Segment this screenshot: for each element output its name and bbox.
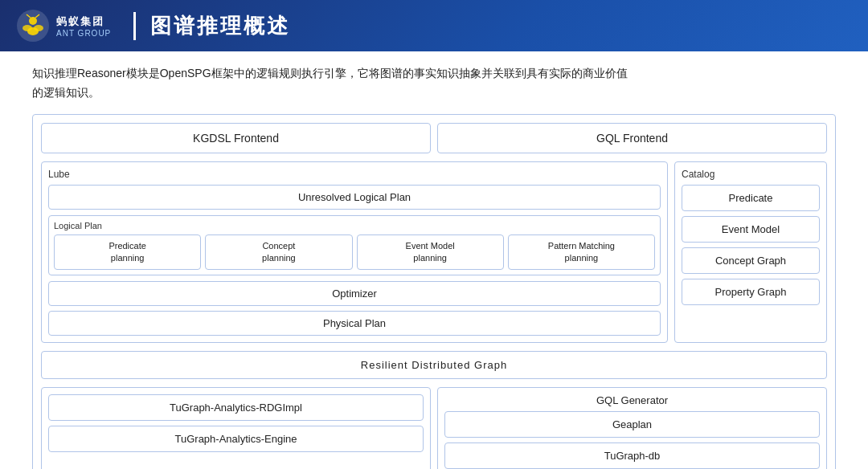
lube-label: Lube — [48, 169, 661, 180]
lube-section: Lube Unresolved Logical Plan Logical Pla… — [41, 161, 668, 344]
header: 蚂蚁集团 ANT GROUP 图谱推理概述 — [0, 0, 868, 51]
catalog-label: Catalog — [682, 169, 820, 180]
description: 知识推理Reasoner模块是OpenSPG框架中的逻辑规则执行引擎，它将图谱的… — [32, 64, 836, 103]
gql-frontend-box: GQL Frontend — [437, 123, 827, 153]
unresolved-logical-plan-box: Unresolved Logical Plan — [48, 185, 661, 210]
logical-plan-section: Logical Plan Predicateplanning Conceptpl… — [48, 215, 661, 276]
gql-generator-title: GQL Generator — [444, 394, 820, 406]
optimizer-box: Optimizer — [48, 281, 661, 306]
middle-row: Lube Unresolved Logical Plan Logical Pla… — [41, 161, 827, 344]
rdg-box: Resilient Distributed Graph — [41, 351, 827, 379]
catalog-predicate: Predicate — [682, 185, 820, 211]
predicate-planning-box: Predicateplanning — [54, 234, 201, 271]
catalog-concept-graph: Concept Graph — [682, 247, 820, 274]
svg-point-0 — [17, 10, 49, 42]
main-content: 知识推理Reasoner模块是OpenSPG框架中的逻辑规则执行引擎，它将图谱的… — [0, 51, 868, 469]
description-text1: 知识推理Reasoner模块是OpenSPG框架中的逻辑规则执行引擎，它将图谱的… — [32, 67, 628, 80]
kgdsl-frontend-box: KGDSL Frontend — [41, 123, 431, 153]
concept-planning-box: Conceptplanning — [205, 234, 352, 271]
ant-group-text: 蚂蚁集团 ANT GROUP — [56, 14, 111, 38]
catalog-property-graph: Property Graph — [682, 279, 820, 305]
geaplan-item: Geaplan — [444, 411, 820, 438]
tugraph-analytics-engine: TuGraph-Analytics-Engine — [48, 426, 424, 452]
logical-plan-label: Logical Plan — [54, 221, 655, 230]
page-title: 图谱推理概述 — [133, 12, 290, 40]
catalog-section: Catalog Predicate Event Model Concept Gr… — [674, 161, 827, 344]
tugraph-analytics-rdgimpl: TuGraph-Analytics-RDGImpl — [48, 394, 424, 421]
description-text2: 的逻辑知识。 — [32, 86, 100, 99]
svg-point-4 — [27, 27, 39, 35]
planning-boxes: Predicateplanning Conceptplanning Event … — [54, 234, 655, 271]
catalog-event-model: Event Model — [682, 216, 820, 243]
logo-area: 蚂蚁集团 ANT GROUP — [16, 9, 111, 43]
tugraph-section: TuGraph-Analytics-RDGImpl TuGraph-Analyt… — [41, 387, 431, 469]
event-model-planning-box: Event Modelplanning — [357, 234, 504, 271]
tugraph-db-item: TuGraph-db — [444, 442, 820, 469]
ant-group-logo-icon — [16, 9, 50, 43]
architecture-diagram: KGDSL Frontend GQL Frontend Lube Unresol… — [32, 114, 836, 469]
frontend-row: KGDSL Frontend GQL Frontend — [41, 123, 827, 153]
gql-generator-section: GQL Generator Geaplan TuGraph-db — [437, 387, 827, 469]
pattern-matching-planning-box: Pattern Matchingplanning — [508, 234, 655, 271]
physical-plan-box: Physical Plan — [48, 311, 661, 336]
bottom-row: TuGraph-Analytics-RDGImpl TuGraph-Analyt… — [41, 387, 827, 469]
